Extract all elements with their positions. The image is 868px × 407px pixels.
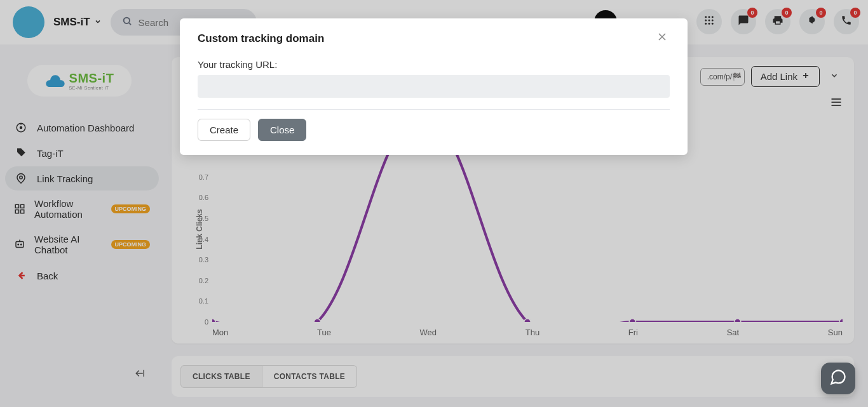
- close-button[interactable]: Close: [258, 119, 306, 141]
- chat-bubble-icon: [829, 368, 847, 389]
- tracking-url-label: Your tracking URL:: [198, 59, 670, 70]
- tracking-url-input[interactable]: [198, 75, 670, 98]
- close-icon: [656, 30, 668, 47]
- chat-widget-button[interactable]: [821, 363, 855, 394]
- custom-tracking-domain-modal: Custom tracking domain Your tracking URL…: [180, 18, 688, 155]
- modal-title: Custom tracking domain: [198, 32, 324, 45]
- modal-close-button[interactable]: [654, 31, 670, 46]
- create-button[interactable]: Create: [198, 119, 250, 141]
